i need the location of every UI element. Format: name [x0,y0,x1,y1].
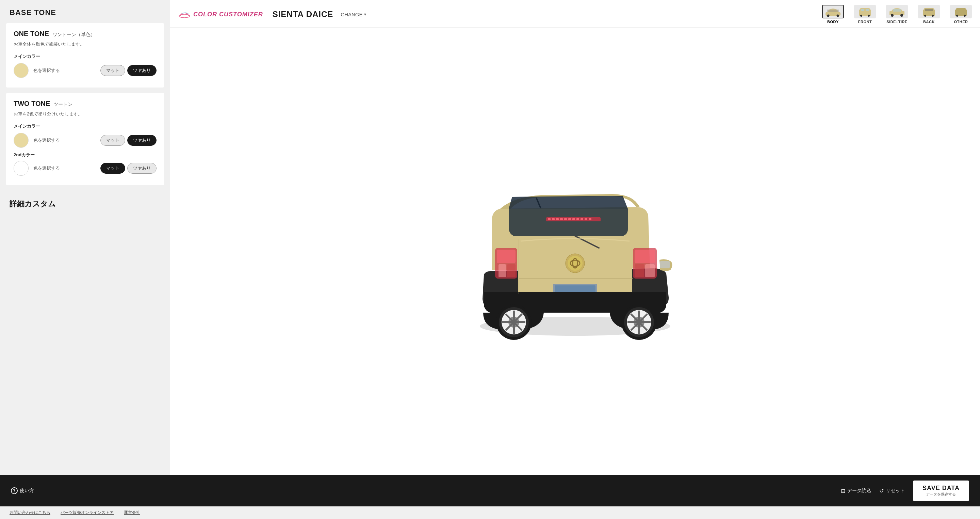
two-tone-main-color-label: メインカラー [14,123,156,129]
svg-rect-31 [564,218,567,220]
svg-rect-27 [548,218,550,220]
two-tone-main-color-swatch[interactable] [14,133,29,148]
svg-rect-74 [660,261,670,268]
one-tone-glossy-btn[interactable]: ツヤあり [127,65,156,76]
svg-rect-34 [576,218,579,220]
two-tone-second-glossy-btn[interactable]: ツヤあり [127,163,156,174]
tab-body[interactable]: BODY [822,5,844,24]
svg-rect-45 [645,264,655,277]
help-label: 使い方 [20,488,34,494]
svg-rect-39 [497,250,515,263]
svg-rect-12 [893,9,901,11]
base-tone-title: BASE TONE [0,0,170,23]
tab-back[interactable]: BACK [918,5,940,24]
two-tone-second-color-label: 2ndカラー [14,152,156,158]
back-car-thumb [920,6,938,17]
view-tabs: BODY FRONT [822,5,972,24]
reset-button[interactable]: ↺ リセット [879,488,905,494]
svg-rect-44 [635,264,644,277]
reset-label: リセット [886,488,905,494]
right-panel: COLOR CUSTOMIZER SIENTA DAICE CHANGE ▾ [170,0,980,475]
logo-area: COLOR CUSTOMIZER [178,11,263,18]
other-car-thumb [952,6,970,17]
one-tone-color-pick[interactable]: 色を選択する [33,67,95,73]
one-tone-matte-btn[interactable]: マット [100,65,125,76]
svg-rect-40 [498,264,506,277]
car-main-svg [456,163,694,340]
svg-rect-32 [568,218,571,220]
svg-point-14 [900,14,903,17]
front-car-thumb [856,6,874,17]
two-tone-main-glossy-btn[interactable]: ツヤあり [127,135,156,146]
svg-rect-29 [556,218,559,220]
tab-back-label: BACK [923,20,935,24]
svg-point-18 [924,14,926,17]
bottom-actions: ⊟ データ読込 ↺ リセット SAVE DATA データを保存する [841,481,969,501]
svg-rect-36 [585,218,587,220]
car-name-area: SIENTA DAICE CHANGE ▾ [272,10,369,19]
svg-rect-21 [956,8,966,11]
two-tone-desc: お車を2色で塗り分けいたします。 [14,111,156,117]
footer-link-parts-store[interactable]: パーツ販売オンラインストア [60,510,114,516]
tab-side-thumb [886,5,908,18]
one-tone-title-jp: ワントーン（単色） [52,32,95,38]
one-tone-title-en: ONE TONE [14,30,49,38]
svg-rect-33 [572,218,575,220]
svg-point-9 [860,14,862,17]
tab-other-thumb [950,5,972,18]
two-tone-main-matte-btn[interactable]: マット [100,135,125,146]
two-tone-second-color-pick[interactable]: 色を選択する [33,165,95,171]
load-icon: ⊟ [841,488,845,494]
two-tone-section: TWO TONE ツートン お車を2色で塗り分けいたします。 メインカラー 色を… [6,93,164,185]
tab-body-label: BODY [827,20,839,24]
side-car-thumb [888,6,906,17]
save-data-sub: データを保存する [926,492,956,497]
svg-point-4 [837,14,839,17]
svg-rect-41 [507,264,515,277]
svg-rect-17 [925,9,933,11]
help-icon: ? [11,487,18,494]
tab-side-label: SIDE+TIRE [886,20,907,24]
change-button[interactable]: CHANGE ▾ [338,10,369,19]
svg-point-13 [891,14,894,17]
footer: お問い合わせはこちら パーツ販売オンラインストア 運営会社 [0,506,980,519]
one-tone-desc: お車全体を単色で塗装いたします。 [14,41,156,47]
tab-other[interactable]: OTHER [950,5,972,24]
detail-custom-title: 詳細カスタム [0,191,170,215]
one-tone-section: ONE TONE ワントーン（単色） お車全体を単色で塗装いたします。 メインカ… [6,23,164,88]
tab-other-label: OTHER [954,20,968,24]
svg-rect-43 [635,250,655,263]
two-tone-title-en: TWO TONE [14,100,50,108]
footer-link-company[interactable]: 運営会社 [124,510,140,516]
help-button[interactable]: ? 使い方 [11,487,34,494]
two-tone-main-color-pick[interactable]: 色を選択する [33,137,95,144]
car-display [170,27,980,475]
chevron-down-icon: ▾ [364,12,366,17]
tab-side-tire[interactable]: SIDE+TIRE [886,5,908,24]
logo-car-icon [178,11,191,18]
tab-back-thumb [918,5,940,18]
left-panel: BASE TONE ONE TONE ワントーン（単色） お車全体を単色で塗装い… [0,0,170,475]
save-data-button[interactable]: SAVE DATA データを保存する [913,481,969,501]
bottom-bar: ? 使い方 ⊟ データ読込 ↺ リセット SAVE DATA データを保存する [0,475,980,506]
svg-rect-7 [861,9,864,11]
car-name: SIENTA DAICE [272,10,334,19]
viewer-header: COLOR CUSTOMIZER SIENTA DAICE CHANGE ▾ [170,0,980,27]
data-load-button[interactable]: ⊟ データ読込 [841,488,871,494]
svg-rect-8 [865,9,869,11]
tab-front[interactable]: FRONT [854,5,876,24]
svg-rect-37 [589,218,592,220]
one-tone-color-swatch[interactable] [14,63,29,78]
tab-front-label: FRONT [858,20,872,24]
footer-link-contact[interactable]: お問い合わせはこちら [10,510,50,516]
one-tone-main-color-label: メインカラー [14,53,156,60]
svg-point-19 [932,14,934,17]
data-load-label: データ読込 [847,488,871,494]
svg-rect-30 [560,218,563,220]
two-tone-second-color-swatch[interactable] [14,161,29,176]
reset-icon: ↺ [879,488,884,494]
svg-point-23 [964,14,966,17]
svg-rect-35 [581,218,583,220]
svg-point-10 [868,14,870,17]
two-tone-second-matte-btn[interactable]: マット [100,163,125,174]
